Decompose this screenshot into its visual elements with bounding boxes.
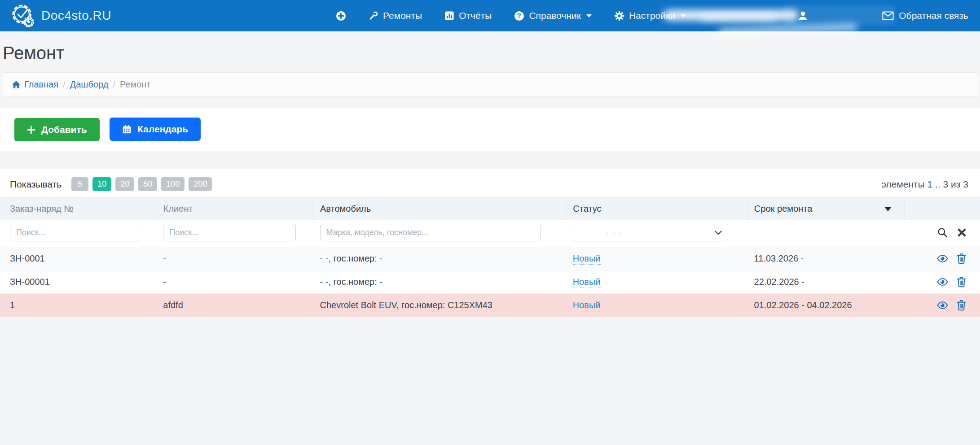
- feedback-label: Обратная связь: [899, 10, 968, 21]
- cell-order: ЗН-00001: [0, 270, 157, 294]
- view-eye-icon[interactable]: [936, 300, 949, 311]
- clear-filters-icon[interactable]: [957, 228, 967, 237]
- filter-client-input[interactable]: [163, 224, 296, 241]
- cell-term: 01.02.2026 - 04.02.2026: [748, 294, 905, 317]
- nav-item-settings[interactable]: Настройки: [614, 10, 686, 21]
- redacted-blur: [718, 24, 857, 36]
- home-icon: [12, 80, 21, 89]
- calendar-icon: [122, 125, 132, 134]
- nav-item-reference[interactable]: ? Справочник: [514, 10, 592, 21]
- items-range-info: элементы 1 .. 3 из 3: [881, 179, 968, 190]
- delete-trash-icon[interactable]: [956, 300, 967, 311]
- status-link[interactable]: Новый: [573, 277, 601, 288]
- cell-client: -: [157, 247, 313, 270]
- filter-order-input[interactable]: [10, 224, 139, 241]
- brand-logo[interactable]: Doc4sto.RU: [12, 4, 111, 27]
- person-icon: [797, 10, 809, 22]
- sort-desc-icon[interactable]: [884, 207, 892, 211]
- filter-car-input[interactable]: [320, 224, 541, 241]
- breadcrumb-dashboard-link[interactable]: Дашборд: [70, 79, 109, 90]
- cell-term: 11.03.2026 -: [748, 247, 905, 270]
- feedback-link[interactable]: Обратная связь: [882, 0, 968, 31]
- envelope-icon: [882, 11, 894, 21]
- header-actions: [905, 198, 980, 220]
- calendar-button-label: Календарь: [137, 124, 188, 135]
- view-eye-icon[interactable]: [936, 253, 949, 264]
- question-circle-icon: ?: [514, 11, 524, 21]
- redacted-blur: [700, 15, 777, 21]
- top-navbar: Doc4sto.RU Ремонты Отчёты: [0, 0, 980, 31]
- nav-item-label: Настройки: [629, 10, 675, 21]
- header-order-number[interactable]: Заказ-наряд №: [0, 198, 157, 220]
- cell-car: - -, гос.номер: -: [314, 270, 567, 294]
- header-repair-term[interactable]: Срок ремонта: [748, 198, 905, 220]
- table-row-highlighted[interactable]: 1 afdfd Chevrolet Bolt EUV, гос.номер: C…: [0, 294, 980, 317]
- caret-down-icon: [586, 14, 592, 17]
- user-menu-button[interactable]: [797, 10, 809, 23]
- plus-circle-icon: [336, 11, 346, 21]
- cell-term: 22.02.2026 -: [748, 270, 905, 294]
- filter-status-select[interactable]: - - -: [573, 224, 728, 241]
- breadcrumb-home-link[interactable]: Главная: [12, 79, 58, 90]
- repairs-table-panel: Показывать 5 10 20 50 100 200 элементы 1…: [0, 169, 980, 317]
- calendar-button[interactable]: Календарь: [110, 118, 201, 141]
- chart-icon: [444, 11, 454, 21]
- add-button-label: Добавить: [41, 124, 87, 135]
- cell-car: - -, гос.номер: -: [314, 247, 567, 270]
- page-title: Ремонт: [3, 43, 980, 63]
- header-repair-term-label: Срок ремонта: [754, 204, 812, 214]
- table-header-row: Заказ-наряд № Клиент Автомобиль Статус С…: [0, 198, 980, 220]
- page-size-5[interactable]: 5: [71, 177, 88, 191]
- breadcrumb-separator: /: [113, 79, 115, 90]
- svg-text:?: ?: [518, 12, 522, 19]
- search-icon[interactable]: [937, 227, 948, 238]
- breadcrumb: Главная / Дашборд / Ремонт: [2, 72, 978, 97]
- breadcrumb-separator: /: [63, 79, 66, 90]
- quick-add-button[interactable]: [336, 11, 346, 21]
- nav-item-label: Отчёты: [459, 10, 492, 21]
- breadcrumb-home-label: Главная: [24, 79, 58, 90]
- page-size-200[interactable]: 200: [189, 177, 212, 191]
- add-button[interactable]: Добавить: [14, 118, 100, 141]
- nav-item-label: Ремонты: [383, 10, 422, 21]
- cell-car: Chevrolet Bolt EUV, гос.номер: C125XM43: [314, 294, 567, 317]
- cell-order: ЗН-0001: [0, 247, 157, 270]
- caret-down-icon: [681, 14, 686, 17]
- table-row[interactable]: ЗН-00001 - - -, гос.номер: - Новый 22.02…: [0, 270, 980, 294]
- page-size-50[interactable]: 50: [138, 177, 157, 191]
- chevron-down-icon: [715, 231, 722, 235]
- nav-item-reports[interactable]: Отчёты: [444, 10, 492, 21]
- cell-order: 1: [0, 294, 157, 317]
- cell-client: -: [157, 270, 313, 294]
- gear-icon: [614, 11, 624, 21]
- table-filter-row: - - -: [0, 220, 980, 247]
- header-client[interactable]: Клиент: [157, 198, 313, 220]
- page-size-100[interactable]: 100: [161, 177, 185, 191]
- main-nav: Ремонты Отчёты ? Справочник: [336, 10, 686, 21]
- page-size-10-selected[interactable]: 10: [92, 177, 111, 191]
- header-car[interactable]: Автомобиль: [314, 198, 567, 220]
- list-controls: Показывать 5 10 20 50 100 200 элементы 1…: [0, 172, 980, 197]
- delete-trash-icon[interactable]: [956, 276, 967, 288]
- brand-name: Doc4sto.RU: [41, 9, 111, 23]
- breadcrumb-current: Ремонт: [120, 79, 151, 90]
- nav-item-label: Справочник: [529, 10, 581, 21]
- status-link[interactable]: Новый: [573, 300, 601, 311]
- status-link[interactable]: Новый: [573, 253, 601, 265]
- cell-client: afdfd: [157, 294, 313, 317]
- filter-status-value: - - -: [579, 228, 622, 237]
- nav-item-repairs[interactable]: Ремонты: [369, 10, 422, 21]
- page-size-label: Показывать: [10, 179, 62, 190]
- repairs-table: Заказ-наряд № Клиент Автомобиль Статус С…: [0, 197, 980, 317]
- header-status[interactable]: Статус: [567, 198, 748, 220]
- table-row[interactable]: ЗН-0001 - - -, гос.номер: - Новый 11.03.…: [0, 247, 980, 270]
- wrench-icon: [369, 11, 378, 21]
- logo-gear-check-icon: [12, 4, 35, 27]
- view-eye-icon[interactable]: [936, 276, 949, 288]
- page-size-20[interactable]: 20: [115, 177, 134, 191]
- actions-panel: Добавить Календарь: [0, 108, 980, 151]
- plus-icon: [27, 126, 35, 134]
- delete-trash-icon[interactable]: [956, 253, 967, 264]
